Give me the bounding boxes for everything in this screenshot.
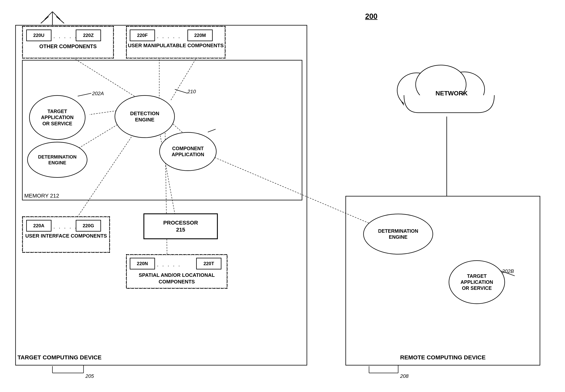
determination-engine-left: DETERMINATION ENGINE	[27, 142, 87, 178]
svg-line-2	[53, 12, 60, 19]
box-220F: 220F	[130, 29, 155, 41]
svg-line-33	[78, 93, 91, 96]
user-interface-label: USER INTERFACE COMPONENTS	[23, 233, 109, 239]
target-computing-device-label: TARGET COMPUTING DEVICE	[17, 353, 102, 361]
component-application: COMPONENT APPLICATION	[159, 132, 217, 171]
ref-205: 205	[85, 373, 94, 379]
svg-line-4	[56, 16, 64, 23]
box-220U: 220U	[26, 29, 52, 41]
network-label: NETWORK	[398, 89, 505, 98]
user-manipulatable-label: USER MANIPULATABLE COMPONENTS	[127, 42, 224, 49]
svg-line-36	[208, 129, 216, 132]
svg-line-1	[45, 12, 53, 19]
remote-computing-device-label: REMOTE COMPUTING DEVICE	[348, 353, 538, 361]
target-app-left: TARGET APPLICATION OR SERVICE	[29, 95, 85, 140]
processor-box: PROCESSOR 215	[144, 214, 218, 239]
ref-208: 208	[400, 373, 408, 379]
dots-220F-M: · · · · ·	[157, 34, 181, 41]
svg-line-34	[175, 89, 187, 93]
diagram-number: 200	[365, 12, 377, 21]
box-220G: 220G	[76, 220, 101, 232]
box-220A: 220A	[26, 220, 52, 232]
dots-220A-G: · · · · ·	[54, 225, 78, 231]
svg-line-19	[89, 111, 117, 115]
other-components-label: OTHER COMPONENTS	[25, 43, 111, 50]
box-220T: 220T	[196, 258, 221, 269]
svg-line-3	[41, 16, 49, 23]
ref-210: 210	[187, 88, 196, 95]
determination-engine-right: DETERMINATION ENGINE	[363, 214, 433, 254]
box-220M: 220M	[187, 29, 213, 41]
svg-line-28	[210, 155, 392, 233]
memory-label: MEMORY 212	[24, 192, 59, 199]
svg-rect-5	[15, 25, 307, 365]
processor-label: PROCESSOR 215	[163, 219, 198, 234]
ref-202B: 202B	[502, 268, 514, 275]
target-app-right: TARGET APPLICATION OR SERVICE	[449, 260, 505, 304]
box-220Z: 220Z	[76, 29, 101, 41]
box-220N: 220N	[130, 258, 155, 269]
ref-202A: 202A	[92, 90, 104, 97]
svg-line-22	[78, 130, 136, 217]
spatial-label: SPATIAL AND/OR LOCATIONAL COMPONENTS	[127, 272, 226, 285]
dots-220U-Z: · · · · ·	[54, 34, 78, 41]
detection-engine: DETECTION ENGINE	[115, 95, 175, 138]
dots-220N-T: · · · · ·	[157, 263, 181, 269]
svg-line-26	[74, 58, 144, 102]
